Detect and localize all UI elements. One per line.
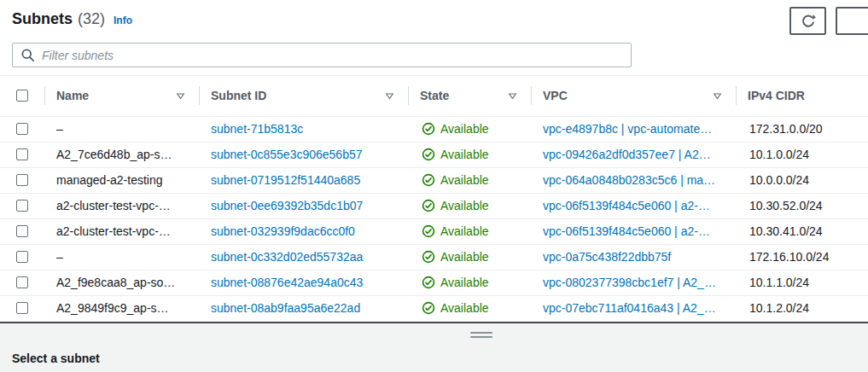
state-value: Available xyxy=(440,199,489,212)
state-value: Available xyxy=(440,301,489,315)
ipv4-cidr-value: 172.31.0.0/20 xyxy=(749,122,823,136)
row-checkbox[interactable] xyxy=(16,123,28,135)
table-row: a2-cluster-test-vpc-… subnet-0ee69392b35… xyxy=(0,193,868,218)
subnet-id-link[interactable]: subnet-71b5813c xyxy=(211,122,303,136)
subnet-id-link[interactable]: subnet-0719512f51440a685 xyxy=(211,173,360,187)
ipv4-cidr-value: 10.30.41.0/24 xyxy=(749,224,823,238)
ipv4-cidr-value: 10.1.0.0/24 xyxy=(749,148,809,161)
row-checkbox[interactable] xyxy=(16,251,28,263)
actions-button[interactable]: Ac xyxy=(836,7,868,35)
column-label: IPv4 CIDR xyxy=(748,89,805,102)
column-header-subnet-id[interactable]: Subnet ID xyxy=(199,76,408,116)
column-header-ipv4-cidr[interactable]: IPv4 CIDR xyxy=(736,76,868,116)
state-value: Available xyxy=(440,173,489,187)
row-checkbox[interactable] xyxy=(16,225,28,237)
status-available-icon xyxy=(422,122,435,136)
filter-subnets-input[interactable] xyxy=(12,43,632,67)
column-header-name[interactable]: Name xyxy=(44,76,199,116)
status-available-icon xyxy=(422,250,435,264)
column-label: VPC xyxy=(543,89,568,102)
table-row: managed-a2-testing subnet-0719512f51440a… xyxy=(0,167,868,193)
table-row: a2-cluster-test-vpc-… subnet-032939f9dac… xyxy=(0,218,868,244)
vpc-link[interactable]: vpc-09426a2df0d357ee7 | A2… xyxy=(543,148,711,161)
ipv4-cidr-value: 10.30.52.0/24 xyxy=(749,199,823,212)
column-header-state[interactable]: State xyxy=(408,76,531,116)
subnet-name: – xyxy=(56,250,63,264)
table-header-row: Name Subnet ID State xyxy=(0,76,868,116)
toolbar: Ac xyxy=(789,7,868,35)
status-available-icon xyxy=(422,276,435,289)
subnet-name: A2_f9e8caa8_ap-so… xyxy=(56,276,175,289)
status-available-icon xyxy=(422,148,435,161)
vpc-link[interactable]: vpc-e4897b8c | vpc-automate… xyxy=(543,122,712,136)
subnet-name: a2-cluster-test-vpc-… xyxy=(56,224,171,238)
column-header-vpc[interactable]: VPC xyxy=(531,76,736,116)
status-available-icon xyxy=(422,173,435,187)
ipv4-cidr-value: 172.16.10.0/24 xyxy=(749,250,829,264)
resource-count: (32) xyxy=(78,10,105,28)
sort-icon[interactable] xyxy=(176,91,185,101)
refresh-icon xyxy=(801,14,816,29)
table-row: – subnet-71b5813c Available vpc-e4897b8c… xyxy=(0,116,868,142)
vpc-link[interactable]: vpc-07ebc711af0416a43 | A2_… xyxy=(543,301,716,315)
row-checkbox[interactable] xyxy=(16,200,28,212)
column-label: Name xyxy=(56,89,89,102)
vpc-link[interactable]: vpc-0802377398cbc1ef7 | A2_… xyxy=(543,276,716,289)
subnet-name: A2_7ce6d48b_ap-s… xyxy=(56,148,172,161)
page-title: Subnets xyxy=(12,10,73,28)
state-value: Available xyxy=(440,148,489,161)
row-checkbox[interactable] xyxy=(16,302,28,314)
subnet-id-link[interactable]: subnet-0ee69392b35dc1b07 xyxy=(211,199,363,212)
subnet-name: – xyxy=(56,122,63,136)
status-available-icon xyxy=(422,224,435,238)
row-checkbox[interactable] xyxy=(16,276,28,288)
table-body: – subnet-71b5813c Available vpc-e4897b8c… xyxy=(0,116,868,321)
vpc-link[interactable]: vpc-06f5139f484c5e060 | a2-… xyxy=(543,199,710,212)
subnets-table: Name Subnet ID State xyxy=(0,76,868,321)
sort-icon[interactable] xyxy=(385,91,394,101)
select-all-header xyxy=(0,76,44,116)
info-link[interactable]: Info xyxy=(114,15,132,26)
vpc-link[interactable]: vpc-0a75c438f22dbb75f xyxy=(543,250,671,264)
state-value: Available xyxy=(440,250,489,264)
subnet-id-link[interactable]: subnet-0c332d02ed55732aa xyxy=(211,250,363,264)
page-header: Subnets (32) Info xyxy=(12,10,132,28)
status-available-icon xyxy=(422,301,435,315)
subnet-id-link[interactable]: subnet-032939f9dac6cc0f0 xyxy=(211,224,355,238)
vpc-link[interactable]: vpc-064a0848b0283c5c6 | ma… xyxy=(543,173,715,187)
sort-icon[interactable] xyxy=(713,91,722,101)
state-value: Available xyxy=(440,122,489,136)
vpc-link[interactable]: vpc-06f5139f484c5e060 | a2-… xyxy=(543,224,710,238)
state-value: Available xyxy=(440,276,489,289)
table-row: – subnet-0c332d02ed55732aa Available vpc… xyxy=(0,244,868,270)
row-checkbox[interactable] xyxy=(16,148,28,160)
select-all-checkbox[interactable] xyxy=(16,90,28,102)
subnet-name: managed-a2-testing xyxy=(56,173,163,187)
table-row: A2_7ce6d48b_ap-s… subnet-0c855e3c906e56b… xyxy=(0,142,868,167)
refresh-button[interactable] xyxy=(789,7,826,35)
subnet-id-link[interactable]: subnet-0c855e3c906e56b57 xyxy=(211,148,363,161)
filter-bar xyxy=(12,43,632,67)
column-label: Subnet ID xyxy=(211,89,266,102)
subnet-id-link[interactable]: subnet-08876e42ae94a0c43 xyxy=(211,276,363,289)
state-value: Available xyxy=(440,224,489,238)
split-panel-title: Select a subnet xyxy=(12,352,100,365)
ipv4-cidr-value: 10.1.1.0/24 xyxy=(749,276,809,289)
subnet-name: a2-cluster-test-vpc-… xyxy=(56,199,171,212)
subnet-id-link[interactable]: subnet-08ab9faa95a6e22ad xyxy=(211,301,360,315)
split-panel: Select a subnet xyxy=(0,322,868,372)
ipv4-cidr-value: 10.0.0.0/24 xyxy=(749,173,809,187)
column-label: State xyxy=(420,89,449,102)
table-row: A2_9849f9c9_ap-s… subnet-08ab9faa95a6e22… xyxy=(0,295,868,321)
table-row: A2_f9e8caa8_ap-so… subnet-08876e42ae94a0… xyxy=(0,270,868,295)
split-panel-drag-handle[interactable] xyxy=(470,332,492,340)
ipv4-cidr-value: 10.1.2.0/24 xyxy=(749,301,809,315)
status-available-icon xyxy=(422,199,435,212)
sort-icon[interactable] xyxy=(508,91,517,101)
row-checkbox[interactable] xyxy=(16,174,28,186)
subnet-name: A2_9849f9c9_ap-s… xyxy=(56,301,169,315)
